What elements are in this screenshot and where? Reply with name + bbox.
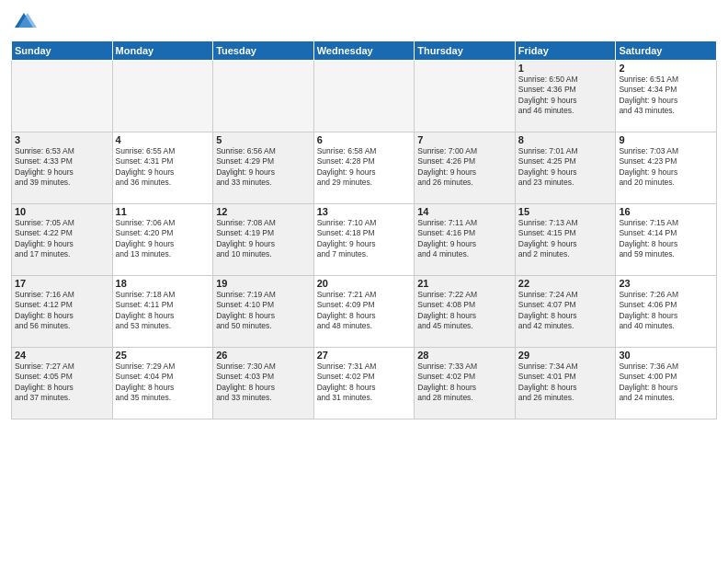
day-info: Sunrise: 6:51 AMSunset: 4:34 PMDaylight:…: [619, 75, 713, 117]
day-info: Sunrise: 7:05 AMSunset: 4:22 PMDaylight:…: [15, 218, 109, 260]
day-info: Sunrise: 7:08 AMSunset: 4:19 PMDaylight:…: [216, 218, 311, 260]
day-number: 8: [518, 134, 613, 145]
day-info: Sunrise: 7:11 AMSunset: 4:16 PMDaylight:…: [417, 218, 512, 260]
day-info: Sunrise: 7:36 AMSunset: 4:00 PMDaylight:…: [619, 362, 713, 404]
day-number: 28: [417, 350, 512, 361]
day-number: 23: [619, 278, 713, 289]
calendar-week-row: 17Sunrise: 7:16 AMSunset: 4:12 PMDayligh…: [12, 276, 717, 348]
day-info: Sunrise: 7:30 AMSunset: 4:03 PMDaylight:…: [216, 362, 311, 404]
calendar-cell: 27Sunrise: 7:31 AMSunset: 4:02 PMDayligh…: [313, 348, 415, 419]
calendar-cell: 25Sunrise: 7:29 AMSunset: 4:04 PMDayligh…: [112, 348, 213, 419]
calendar-cell: 13Sunrise: 7:10 AMSunset: 4:18 PMDayligh…: [313, 204, 415, 276]
calendar-cell: 18Sunrise: 7:18 AMSunset: 4:11 PMDayligh…: [112, 276, 213, 348]
calendar-cell: 11Sunrise: 7:06 AMSunset: 4:20 PMDayligh…: [112, 204, 213, 276]
day-number: 5: [216, 134, 311, 145]
calendar-header-row: SundayMondayTuesdayWednesdayThursdayFrid…: [12, 41, 717, 61]
day-info: Sunrise: 6:56 AMSunset: 4:29 PMDaylight:…: [216, 146, 311, 189]
day-number: 2: [619, 63, 713, 74]
calendar-week-row: 24Sunrise: 7:27 AMSunset: 4:05 PMDayligh…: [12, 348, 717, 419]
calendar-cell: 22Sunrise: 7:24 AMSunset: 4:07 PMDayligh…: [515, 276, 616, 348]
day-info: Sunrise: 7:34 AMSunset: 4:01 PMDaylight:…: [518, 362, 613, 404]
calendar-cell: 20Sunrise: 7:21 AMSunset: 4:09 PMDayligh…: [313, 276, 415, 348]
day-info: Sunrise: 7:03 AMSunset: 4:23 PMDaylight:…: [619, 146, 713, 189]
day-number: 6: [317, 134, 412, 145]
calendar-week-row: 10Sunrise: 7:05 AMSunset: 4:22 PMDayligh…: [12, 204, 717, 276]
day-number: 25: [116, 350, 210, 361]
day-number: 26: [216, 350, 311, 361]
day-number: 30: [619, 350, 713, 361]
calendar-cell: 8Sunrise: 7:01 AMSunset: 4:25 PMDaylight…: [515, 132, 616, 204]
calendar-cell: 9Sunrise: 7:03 AMSunset: 4:23 PMDaylight…: [616, 132, 717, 204]
calendar-cell: 29Sunrise: 7:34 AMSunset: 4:01 PMDayligh…: [515, 348, 616, 419]
day-info: Sunrise: 7:13 AMSunset: 4:15 PMDaylight:…: [518, 218, 613, 260]
day-header: Thursday: [415, 41, 516, 61]
day-number: 1: [518, 63, 613, 74]
page-container: SundayMondayTuesdayWednesdayThursdayFrid…: [0, 0, 728, 563]
day-header: Wednesday: [313, 41, 415, 61]
day-info: Sunrise: 6:58 AMSunset: 4:28 PMDaylight:…: [317, 146, 412, 189]
calendar-cell: 30Sunrise: 7:36 AMSunset: 4:00 PMDayligh…: [616, 348, 717, 419]
day-info: Sunrise: 7:24 AMSunset: 4:07 PMDaylight:…: [518, 290, 613, 332]
day-number: 17: [15, 278, 109, 289]
day-info: Sunrise: 7:33 AMSunset: 4:02 PMDaylight:…: [417, 362, 512, 404]
calendar-week-row: 3Sunrise: 6:53 AMSunset: 4:33 PMDaylight…: [12, 132, 717, 204]
calendar-cell: [415, 61, 516, 132]
calendar-cell: 1Sunrise: 6:50 AMSunset: 4:36 PMDaylight…: [515, 61, 616, 132]
day-info: Sunrise: 6:55 AMSunset: 4:31 PMDaylight:…: [116, 146, 210, 189]
day-header: Friday: [515, 41, 616, 61]
day-number: 19: [216, 278, 311, 289]
day-number: 11: [116, 206, 210, 217]
day-number: 13: [317, 206, 412, 217]
day-info: Sunrise: 7:31 AMSunset: 4:02 PMDaylight:…: [317, 362, 412, 404]
day-info: Sunrise: 7:27 AMSunset: 4:05 PMDaylight:…: [15, 362, 109, 404]
day-header: Saturday: [616, 41, 717, 61]
day-info: Sunrise: 7:15 AMSunset: 4:14 PMDaylight:…: [619, 218, 713, 260]
calendar-cell: 24Sunrise: 7:27 AMSunset: 4:05 PMDayligh…: [12, 348, 113, 419]
day-info: Sunrise: 7:01 AMSunset: 4:25 PMDaylight:…: [518, 146, 613, 189]
calendar-cell: 15Sunrise: 7:13 AMSunset: 4:15 PMDayligh…: [515, 204, 616, 276]
day-number: 4: [116, 134, 210, 145]
day-number: 12: [216, 206, 311, 217]
calendar-cell: 10Sunrise: 7:05 AMSunset: 4:22 PMDayligh…: [12, 204, 113, 276]
day-info: Sunrise: 7:00 AMSunset: 4:26 PMDaylight:…: [417, 146, 512, 189]
day-number: 29: [518, 350, 613, 361]
day-info: Sunrise: 7:10 AMSunset: 4:18 PMDaylight:…: [317, 218, 412, 260]
logo-icon: [11, 9, 37, 35]
calendar-cell: 2Sunrise: 6:51 AMSunset: 4:34 PMDaylight…: [616, 61, 717, 132]
calendar-cell: [213, 61, 314, 132]
day-number: 18: [116, 278, 210, 289]
day-info: Sunrise: 7:16 AMSunset: 4:12 PMDaylight:…: [15, 290, 109, 332]
day-number: 22: [518, 278, 613, 289]
calendar-week-row: 1Sunrise: 6:50 AMSunset: 4:36 PMDaylight…: [12, 61, 717, 132]
calendar-cell: [313, 61, 415, 132]
calendar-cell: 6Sunrise: 6:58 AMSunset: 4:28 PMDaylight…: [313, 132, 415, 204]
day-header: Tuesday: [213, 41, 314, 61]
day-info: Sunrise: 6:53 AMSunset: 4:33 PMDaylight:…: [15, 146, 109, 189]
day-number: 20: [317, 278, 412, 289]
day-info: Sunrise: 7:19 AMSunset: 4:10 PMDaylight:…: [216, 290, 311, 332]
day-number: 15: [518, 206, 613, 217]
calendar-cell: [12, 61, 113, 132]
calendar-cell: 28Sunrise: 7:33 AMSunset: 4:02 PMDayligh…: [415, 348, 516, 419]
page-header: [11, 9, 717, 35]
day-header: Monday: [112, 41, 213, 61]
calendar-cell: 23Sunrise: 7:26 AMSunset: 4:06 PMDayligh…: [616, 276, 717, 348]
calendar-cell: 12Sunrise: 7:08 AMSunset: 4:19 PMDayligh…: [213, 204, 314, 276]
day-info: Sunrise: 7:22 AMSunset: 4:08 PMDaylight:…: [417, 290, 512, 332]
calendar-cell: [112, 61, 213, 132]
calendar-cell: 3Sunrise: 6:53 AMSunset: 4:33 PMDaylight…: [12, 132, 113, 204]
day-info: Sunrise: 7:21 AMSunset: 4:09 PMDaylight:…: [317, 290, 412, 332]
calendar-cell: 17Sunrise: 7:16 AMSunset: 4:12 PMDayligh…: [12, 276, 113, 348]
calendar-cell: 19Sunrise: 7:19 AMSunset: 4:10 PMDayligh…: [213, 276, 314, 348]
day-info: Sunrise: 7:06 AMSunset: 4:20 PMDaylight:…: [116, 218, 210, 260]
day-info: Sunrise: 7:29 AMSunset: 4:04 PMDaylight:…: [116, 362, 210, 404]
calendar-cell: 5Sunrise: 6:56 AMSunset: 4:29 PMDaylight…: [213, 132, 314, 204]
day-header: Sunday: [12, 41, 113, 61]
day-number: 24: [15, 350, 109, 361]
day-number: 14: [417, 206, 512, 217]
day-number: 27: [317, 350, 412, 361]
day-number: 9: [619, 134, 713, 145]
day-info: Sunrise: 7:18 AMSunset: 4:11 PMDaylight:…: [116, 290, 210, 332]
calendar-table: SundayMondayTuesdayWednesdayThursdayFrid…: [11, 40, 717, 419]
calendar-cell: 4Sunrise: 6:55 AMSunset: 4:31 PMDaylight…: [112, 132, 213, 204]
